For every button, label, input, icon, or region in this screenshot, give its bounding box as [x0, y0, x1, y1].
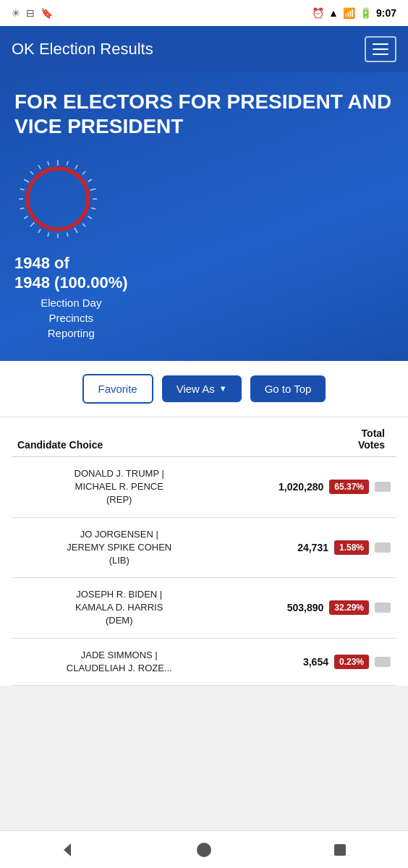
candidate-name: JO JORGENSEN |JEREMY SPIKE COHEN(LIB) [17, 528, 221, 568]
table-header: Candidate Choice TotalVotes [12, 417, 396, 457]
status-left-icons: ✳ ⊟ 🔖 [12, 7, 53, 19]
pct-badge: 65.37% [329, 480, 369, 494]
battery-icon: 🔋 [360, 7, 372, 19]
svg-line-13 [48, 233, 49, 237]
status-right-icons: ⏰ ▲ 📶 🔋 9:07 [312, 7, 396, 19]
col-header-votes: TotalVotes [218, 427, 391, 451]
svg-line-10 [75, 228, 77, 233]
bar-stub [375, 657, 391, 667]
bookmark-icon: 🔖 [41, 7, 53, 19]
menu-button[interactable] [365, 36, 396, 62]
extra-icon: ✳ [12, 7, 20, 19]
recent-button[interactable] [330, 840, 350, 860]
col-header-candidate: Candidate Choice [17, 439, 218, 451]
svg-line-23 [48, 161, 49, 166]
svg-line-1 [67, 161, 68, 166]
svg-line-4 [88, 179, 92, 182]
precincts-label: Election Day Precincts Reporting [14, 295, 128, 341]
recent-icon [330, 840, 350, 860]
back-button[interactable] [58, 840, 78, 860]
vote-count: 24,731 [285, 542, 328, 553]
svg-marker-26 [64, 843, 71, 856]
table-row: JADE SIMMONS |CLAUDELIAH J. ROZE... 3,65… [12, 639, 396, 686]
svg-line-5 [90, 189, 95, 190]
table-row: DONALD J. TRUMP |MICHAEL R. PENCE(REP) 1… [12, 457, 396, 518]
precincts-count: 1948 of 1948 (100.00%) [14, 254, 128, 292]
home-button[interactable] [194, 840, 214, 860]
svg-point-27 [197, 843, 211, 857]
home-icon [194, 840, 214, 860]
svg-line-22 [38, 165, 41, 169]
pct-badge: 0.23% [334, 655, 369, 669]
bottom-nav [0, 830, 408, 868]
election-title: FOR ELECTORS FOR PRESIDENT AND VICE PRES… [14, 90, 394, 138]
go-to-top-button[interactable]: Go to Top [250, 375, 326, 402]
vote-count: 3,654 [285, 656, 328, 668]
candidate-name: JOSEPH R. BIDEN |KAMALA D. HARRIS(DEM) [17, 588, 221, 628]
svg-line-14 [38, 229, 41, 233]
pct-badge: 1.58% [334, 540, 369, 555]
page-title: OK Election Results [12, 40, 153, 59]
vote-cell: 24,731 1.58% [221, 540, 391, 555]
svg-line-2 [75, 165, 77, 169]
svg-line-19 [20, 189, 25, 190]
vote-cell: 1,020,280 65.37% [221, 480, 391, 494]
svg-line-11 [67, 233, 68, 237]
table-row: JO JORGENSEN |JEREMY SPIKE COHEN(LIB) 24… [12, 518, 396, 579]
vote-count: 503,890 [280, 602, 323, 613]
svg-line-8 [88, 216, 92, 218]
table-row: JOSEPH R. BIDEN |KAMALA D. HARRIS(DEM) 5… [12, 578, 396, 639]
action-bar: Favorite View As ▼ Go to Top [0, 361, 408, 417]
vote-cell: 503,890 32.29% [221, 600, 391, 615]
svg-line-20 [24, 179, 29, 182]
bar-stub [375, 603, 391, 613]
svg-line-15 [30, 223, 35, 227]
svg-line-21 [30, 171, 33, 174]
back-icon [58, 840, 78, 860]
bar-stub [375, 542, 391, 553]
pct-badge: 32.29% [329, 600, 369, 615]
results-table: Candidate Choice TotalVotes DONALD J. TR… [0, 417, 408, 686]
svg-line-7 [91, 208, 95, 210]
candidate-name: JADE SIMMONS |CLAUDELIAH J. ROZE... [17, 649, 221, 675]
candidate-name: DONALD J. TRUMP |MICHAEL R. PENCE(REP) [17, 467, 221, 507]
copy-icon: ⊟ [26, 7, 35, 19]
vote-cell: 3,654 0.23% [221, 655, 391, 669]
favorite-button[interactable]: Favorite [82, 374, 153, 404]
hamburger-line-3 [373, 54, 388, 55]
hero-section: FOR ELECTORS FOR PRESIDENT AND VICE PRES… [0, 72, 408, 361]
donut-svg [14, 156, 101, 242]
wifi-icon: ▲ [328, 7, 339, 19]
svg-line-3 [82, 171, 85, 174]
vote-count: 1,020,280 [279, 481, 323, 493]
bar-stub [375, 482, 391, 492]
precincts-info: 1948 of 1948 (100.00%) Election Day Prec… [14, 254, 128, 341]
svg-line-16 [24, 216, 27, 218]
dropdown-arrow-icon: ▼ [219, 384, 227, 393]
view-as-button[interactable]: View As ▼ [162, 375, 242, 402]
hamburger-line-2 [373, 48, 388, 50]
svg-rect-28 [334, 844, 346, 856]
app-header: OK Election Results [0, 26, 408, 72]
svg-line-17 [20, 208, 25, 210]
alarm-icon: ⏰ [312, 7, 324, 19]
hamburger-line-1 [373, 43, 388, 45]
status-bar: ✳ ⊟ 🔖 ⏰ ▲ 📶 🔋 9:07 [0, 0, 408, 26]
svg-line-9 [82, 224, 85, 226]
donut-chart [14, 156, 101, 242]
signal-icon: 📶 [343, 7, 355, 19]
chart-area: 1948 of 1948 (100.00%) Election Day Prec… [14, 156, 394, 341]
clock-display: 9:07 [376, 7, 396, 19]
svg-point-25 [31, 172, 85, 226]
